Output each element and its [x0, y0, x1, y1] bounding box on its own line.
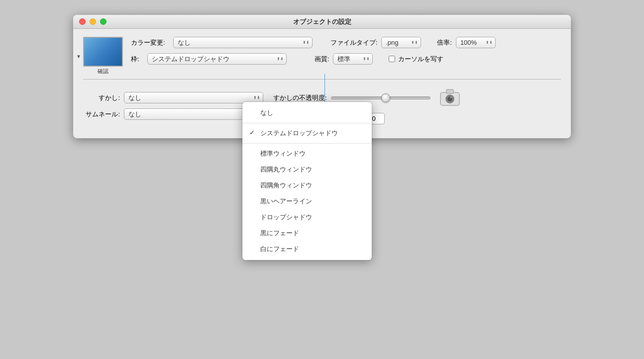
scale-select-wrapper: 100% 50% 200% [456, 37, 496, 48]
titlebar: オブジェクトの設定 [73, 15, 571, 29]
menu-item-system-drop-shadow[interactable]: システムドロップシャドウ [242, 125, 372, 141]
filetype-select-wrapper: .png .jpg .tiff .pdf [381, 37, 421, 48]
dropdown-connector-line [324, 74, 325, 104]
camera-icon[interactable] [439, 88, 460, 108]
border-select[interactable]: システムドロップシャドウ なし [147, 53, 287, 65]
menu-separator-2 [242, 143, 372, 144]
menu-item-drop-shadow[interactable]: ドロップシャドウ [242, 209, 372, 225]
svg-point-3 [447, 96, 452, 101]
menu-separator-1 [242, 123, 372, 123]
opacity-slider-track [331, 96, 430, 99]
watermark-select-wrapper: なし [124, 92, 263, 103]
quality-label: 画質: [315, 55, 329, 64]
section-divider [83, 79, 561, 80]
maximize-button[interactable] [100, 18, 107, 25]
menu-item-rounded-window[interactable]: 四隅丸ウィンドウ [242, 162, 372, 178]
scale-label: 倍率: [437, 38, 452, 47]
window-controls [79, 18, 107, 25]
quality-select[interactable]: 標準 高 低 [333, 53, 373, 65]
watermark-opacity-label: すかしの不透明度: [273, 93, 327, 102]
minimize-button[interactable] [90, 18, 96, 25]
menu-item-black-hairline[interactable]: 黒いヘアーライン [242, 193, 372, 209]
border-label: 枠: [131, 55, 139, 64]
thumbnail-label: サムネール: [85, 110, 120, 119]
quality-select-wrapper: 標準 高 低 [333, 53, 373, 65]
color-change-label: カラー変更: [131, 38, 165, 47]
collapse-arrow[interactable]: ▼ [76, 53, 81, 59]
preview-label: 確認 [98, 68, 108, 75]
close-button[interactable] [79, 18, 86, 25]
menu-item-none[interactable]: なし [242, 105, 372, 121]
filetype-label: ファイルタイプ: [330, 38, 378, 47]
filetype-select[interactable]: .png .jpg .tiff .pdf [381, 37, 421, 48]
menu-item-fade-black[interactable]: 黒にフェード [242, 225, 372, 241]
svg-point-4 [450, 97, 451, 98]
opacity-slider-thumb[interactable] [381, 93, 390, 102]
menu-item-square-window[interactable]: 四隅角ウィンドウ [242, 178, 372, 193]
color-change-select[interactable]: なし [173, 37, 313, 48]
window-title: オブジェクトの設定 [293, 17, 351, 26]
border-dropdown-menu: なし システムドロップシャドウ 標準ウィンドウ 四隅丸ウィンドウ 四隅角ウィンド… [242, 102, 372, 260]
preview-box: ▼ 確認 [83, 37, 123, 75]
watermark-label: すかし: [85, 93, 120, 102]
menu-item-standard-window[interactable]: 標準ウィンドウ [242, 146, 372, 162]
preview-image [83, 37, 123, 67]
watermark-select[interactable]: なし [124, 92, 263, 103]
color-change-select-wrapper: なし [173, 37, 313, 48]
scale-select[interactable]: 100% 50% 200% [456, 37, 496, 48]
border-select-wrapper: システムドロップシャドウ なし [147, 53, 287, 65]
cursor-checkbox[interactable] [389, 56, 395, 62]
main-window: オブジェクトの設定 ▼ 確認 カラー変更: なし [73, 15, 571, 138]
svg-rect-1 [446, 90, 453, 93]
menu-item-fade-white[interactable]: 白にフェード [242, 241, 372, 257]
cursor-label: カーソルを写す [398, 55, 443, 64]
